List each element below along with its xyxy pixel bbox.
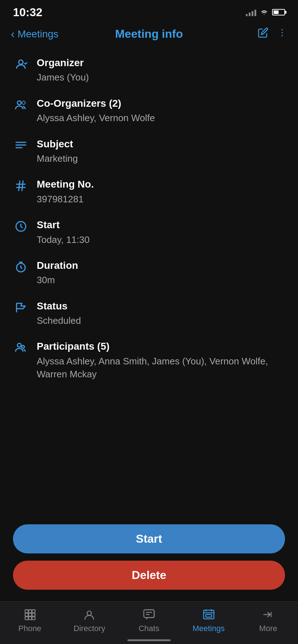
svg-rect-24 — [32, 613, 35, 616]
co-organizer-icon — [13, 97, 29, 113]
meeting-no-value: 397981281 — [37, 193, 285, 206]
participants-label: Participants (5) — [37, 340, 285, 353]
home-indicator — [127, 639, 171, 641]
start-button[interactable]: Start — [13, 524, 285, 553]
tab-directory[interactable]: Directory — [71, 607, 107, 633]
co-organizers-content: Co-Organizers (2) Alyssa Ashley, Vernon … — [37, 97, 285, 125]
svg-point-17 — [17, 344, 21, 348]
co-organizers-item: Co-Organizers (2) Alyssa Ashley, Vernon … — [0, 91, 298, 131]
tab-phone[interactable]: Phone — [12, 607, 48, 633]
svg-rect-25 — [25, 617, 28, 620]
directory-tab-label: Directory — [73, 624, 105, 633]
svg-point-1 — [281, 32, 283, 33]
meeting-no-item: Meeting No. 397981281 — [0, 171, 298, 212]
svg-point-5 — [22, 101, 25, 104]
meetings-tab-label: Meetings — [193, 624, 225, 633]
subject-icon — [13, 138, 29, 153]
organizer-content: Organizer James (You) — [37, 56, 285, 84]
more-tab-icon — [261, 607, 275, 622]
meeting-no-content: Meeting No. 397981281 — [37, 178, 285, 206]
svg-rect-34 — [206, 615, 212, 617]
svg-rect-23 — [28, 613, 31, 616]
phone-tab-label: Phone — [18, 624, 41, 633]
svg-point-18 — [22, 346, 24, 349]
svg-point-4 — [17, 101, 21, 105]
svg-rect-26 — [28, 617, 31, 620]
start-label: Start — [37, 218, 285, 231]
subject-label: Subject — [37, 138, 285, 151]
edit-button[interactable] — [258, 27, 268, 41]
chats-tab-icon — [142, 607, 156, 622]
tab-chats[interactable]: Chats — [131, 607, 167, 633]
directory-tab-icon — [82, 607, 96, 622]
signal-icon — [246, 8, 256, 16]
tab-bar: Phone Directory Chats — [0, 601, 298, 644]
svg-point-3 — [19, 60, 23, 64]
info-list: Organizer James (You) Co-Organizers (2) … — [0, 46, 298, 391]
back-label: Meetings — [18, 28, 59, 40]
status-time: 10:32 — [13, 6, 42, 19]
participants-value: Alyssa Ashley, Anna Smith, James (You), … — [37, 355, 285, 381]
nav-actions — [258, 27, 287, 41]
start-content: Start Today, 11:30 — [37, 218, 285, 246]
svg-point-28 — [87, 611, 91, 615]
back-arrow-icon: ‹ — [11, 27, 15, 41]
svg-rect-27 — [32, 617, 35, 620]
wifi-icon — [260, 9, 268, 15]
flag-icon — [13, 300, 29, 316]
hash-icon — [13, 178, 29, 194]
tab-more[interactable]: More — [250, 607, 286, 633]
start-item: Start Today, 11:30 — [0, 212, 298, 253]
status-label: Status — [37, 300, 285, 313]
phone-tab-icon — [23, 607, 37, 622]
subject-value: Marketing — [37, 152, 285, 165]
svg-rect-20 — [28, 610, 31, 613]
duration-value: 30m — [37, 273, 285, 286]
tab-meetings[interactable]: Meetings — [191, 607, 227, 633]
nav-header: ‹ Meetings Meeting info — [0, 22, 298, 46]
svg-rect-22 — [25, 613, 28, 616]
subject-item: Subject Marketing — [0, 131, 298, 172]
status-value: Scheduled — [37, 314, 285, 327]
meeting-no-label: Meeting No. — [37, 178, 285, 191]
status-content: Status Scheduled — [37, 300, 285, 327]
status-item: Status Scheduled — [0, 293, 298, 334]
svg-rect-21 — [32, 610, 35, 613]
more-tab-label: More — [259, 624, 277, 633]
battery-icon — [272, 9, 285, 15]
duration-label: Duration — [37, 259, 285, 272]
svg-point-2 — [281, 35, 283, 36]
duration-item: Duration 30m — [0, 253, 298, 293]
svg-point-0 — [281, 29, 283, 31]
main-content: Organizer James (You) Co-Organizers (2) … — [0, 46, 298, 644]
organizer-item: Organizer James (You) — [0, 50, 298, 91]
svg-rect-29 — [144, 610, 154, 618]
participants-content: Participants (5) Alyssa Ashley, Anna Smi… — [37, 340, 285, 381]
start-value: Today, 11:30 — [37, 233, 285, 246]
participants-icon — [13, 340, 29, 356]
clock-icon — [13, 218, 29, 234]
subject-content: Subject Marketing — [37, 138, 285, 165]
organizer-label: Organizer — [37, 56, 285, 69]
organizer-value: James (You) — [37, 71, 285, 84]
svg-rect-19 — [25, 610, 28, 613]
delete-button[interactable]: Delete — [13, 561, 285, 590]
meetings-tab-icon — [202, 607, 216, 622]
co-organizers-value: Alyssa Ashley, Vernon Wolfe — [37, 111, 285, 124]
duration-content: Duration 30m — [37, 259, 285, 287]
participants-item: Participants (5) Alyssa Ashley, Anna Smi… — [0, 334, 298, 387]
back-button[interactable]: ‹ Meetings — [11, 27, 58, 41]
status-bar: 10:32 — [0, 0, 298, 22]
page-title: Meeting info — [115, 27, 183, 41]
organizer-icon — [13, 56, 29, 72]
more-options-button[interactable] — [277, 28, 287, 40]
co-organizers-label: Co-Organizers (2) — [37, 97, 285, 110]
action-buttons: Start Delete — [0, 514, 298, 597]
timer-icon — [13, 259, 29, 275]
status-icons — [246, 8, 285, 16]
svg-line-11 — [19, 181, 20, 191]
chats-tab-label: Chats — [139, 624, 159, 633]
svg-line-12 — [22, 181, 23, 191]
